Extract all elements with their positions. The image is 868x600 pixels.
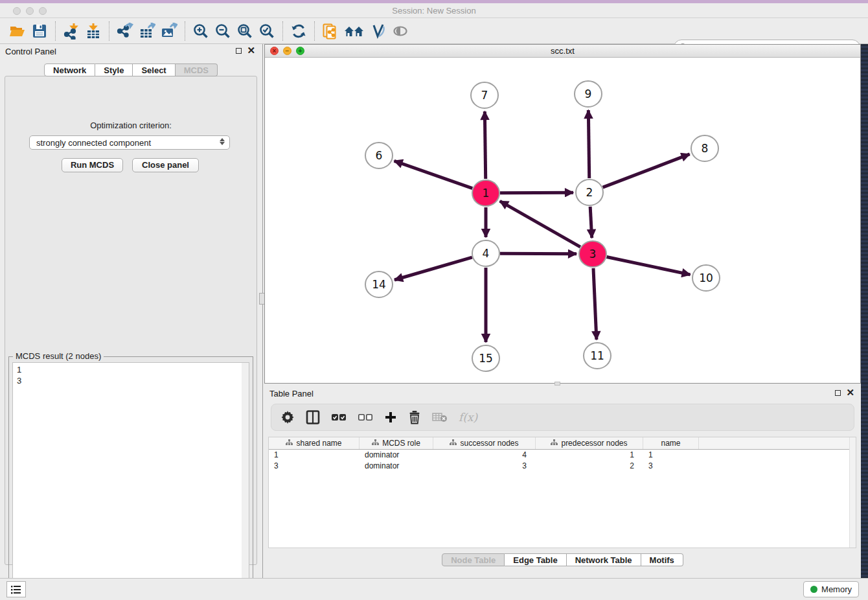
delete-column-trash-icon[interactable] [408, 408, 421, 427]
graph-node-9[interactable]: 9 [575, 81, 602, 107]
svg-text:11: 11 [590, 349, 604, 362]
zoom-in-icon[interactable] [190, 20, 212, 42]
table-cell[interactable]: 1 [643, 450, 699, 461]
network-window: × − + scc.txt 1234678910111415 [264, 44, 861, 384]
zoom-selected-icon[interactable] [256, 20, 278, 42]
column-header-shared-name[interactable]: shared name [269, 437, 360, 449]
table-cell[interactable]: 3 [269, 461, 360, 472]
table-row[interactable]: 1dominator411 [269, 450, 856, 461]
graph-edge-2-8[interactable] [603, 154, 690, 187]
graph-edge-1-2[interactable] [500, 192, 573, 193]
table-cell[interactable]: 1 [269, 450, 360, 461]
deselect-all-icon[interactable] [358, 408, 373, 427]
tab-style[interactable]: Style [95, 63, 133, 76]
mcds-result-group: MCDS result (2 nodes) 13 [8, 356, 253, 596]
list-icon [10, 584, 22, 595]
graph-node-2[interactable]: 2 [576, 179, 603, 205]
close-table-panel-icon[interactable]: ✕ [846, 389, 854, 396]
graph-edge-2-3[interactable] [590, 207, 592, 238]
graph-node-6[interactable]: 6 [365, 143, 393, 168]
graph-node-11[interactable]: 11 [584, 343, 611, 369]
open-session-icon[interactable] [6, 20, 29, 42]
graph-edge-1-6[interactable] [394, 161, 473, 188]
close-panel-button[interactable]: Close panel [132, 158, 199, 172]
table-cell[interactable]: 4 [433, 450, 536, 461]
graph-edge-4-3[interactable] [500, 253, 577, 254]
column-header-successor-nodes[interactable]: successor nodes [433, 437, 536, 449]
graph-edge-1-7[interactable] [485, 111, 485, 179]
export-image-icon[interactable] [158, 20, 180, 42]
result-scrollbar[interactable] [242, 363, 249, 592]
graph-edge-3-1[interactable] [500, 201, 580, 247]
memory-button[interactable]: Memory [803, 581, 859, 597]
graph-node-3[interactable]: 3 [579, 241, 606, 267]
save-session-icon[interactable] [29, 20, 51, 42]
tab-node-table[interactable]: Node Table [442, 553, 505, 566]
graph-node-7[interactable]: 7 [471, 82, 498, 108]
run-mcds-button[interactable]: Run MCDS [62, 158, 123, 172]
graph-edge-3-10[interactable] [607, 257, 691, 275]
graph-node-1[interactable]: 1 [472, 180, 499, 206]
svg-text:10: 10 [699, 271, 713, 284]
export-table-icon[interactable] [136, 20, 158, 42]
table-cell[interactable]: 3 [433, 461, 536, 472]
graph-edge-2-9[interactable] [588, 110, 589, 178]
select-all-icon[interactable] [331, 408, 347, 427]
tab-motifs[interactable]: Motifs [641, 553, 683, 566]
function-builder-icon[interactable]: f(x) [459, 408, 477, 427]
panel-splitter[interactable] [262, 44, 263, 578]
refresh-icon[interactable] [288, 20, 310, 42]
delete-table-icon[interactable] [432, 408, 448, 427]
table-cell[interactable]: 1 [536, 450, 643, 461]
graph-node-14[interactable]: 14 [365, 271, 393, 297]
table-cell[interactable]: 3 [643, 461, 699, 472]
export-network-icon[interactable] [114, 20, 136, 42]
split-pane-icon[interactable] [306, 408, 320, 427]
settings-gear-icon[interactable] [280, 408, 295, 427]
tab-edge-table[interactable]: Edge Table [505, 553, 566, 566]
network-titlebar[interactable]: × − + scc.txt [265, 45, 860, 58]
task-history-button[interactable] [6, 581, 26, 597]
tab-network-table[interactable]: Network Table [567, 553, 641, 566]
tab-network[interactable]: Network [44, 63, 95, 76]
graph-edge-4-14[interactable] [394, 257, 472, 280]
close-panel-icon[interactable]: ✕ [247, 47, 255, 54]
style-swoosh-icon[interactable] [367, 20, 389, 42]
show-hide-eye-icon[interactable] [389, 20, 411, 42]
table-cell[interactable]: dominator [360, 461, 433, 472]
graph-node-4[interactable]: 4 [472, 240, 499, 266]
app-titlebar: Session: New Session [0, 3, 868, 18]
table-scrollbar[interactable] [849, 437, 856, 548]
tab-select[interactable]: Select [133, 63, 175, 76]
import-network-icon[interactable] [60, 20, 82, 42]
horizontal-splitter-handle[interactable] [554, 382, 560, 386]
table-row[interactable]: 3dominator323 [269, 461, 856, 472]
column-header-MCDS-role[interactable]: MCDS role [360, 437, 433, 449]
control-panel-title: Control Panel [5, 47, 56, 56]
criterion-dropdown[interactable]: strongly connected component [29, 135, 230, 150]
graph-node-8[interactable]: 8 [691, 135, 718, 161]
tab-mcds[interactable]: MCDS [176, 63, 218, 76]
add-column-icon[interactable] [384, 408, 397, 427]
column-header-name[interactable]: name [643, 437, 699, 449]
float-panel-icon[interactable] [236, 48, 242, 54]
table-cell[interactable]: dominator [360, 450, 433, 461]
dropdown-stepper-icon [220, 138, 225, 145]
import-table-icon[interactable] [82, 20, 104, 42]
toolbar-separator [55, 21, 56, 41]
zoom-out-icon[interactable] [212, 20, 234, 42]
graph-edge-3-11[interactable] [593, 268, 597, 340]
float-table-panel-icon[interactable] [835, 390, 841, 396]
zoom-fit-icon[interactable] [234, 20, 256, 42]
svg-text:1: 1 [483, 187, 490, 200]
column-header-predecessor-nodes[interactable]: predecessor nodes [536, 437, 643, 449]
graph-node-10[interactable]: 10 [692, 265, 720, 291]
network-canvas[interactable]: 1234678910111415 [265, 58, 860, 383]
graph-node-15[interactable]: 15 [472, 345, 499, 371]
network-from-document-icon[interactable] [319, 20, 341, 42]
mcds-result-list[interactable]: 13 [12, 362, 249, 592]
desktop-wallpaper-strip [861, 44, 868, 578]
table-cell[interactable]: 2 [536, 461, 643, 472]
home-icon[interactable] [341, 20, 367, 42]
memory-label: Memory [821, 584, 852, 594]
